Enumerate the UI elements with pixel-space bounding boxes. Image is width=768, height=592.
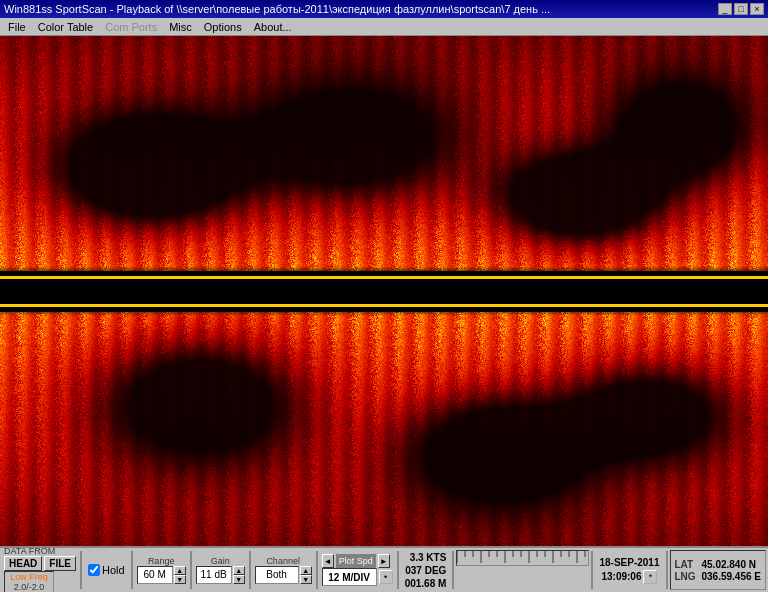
channel-section: Channel Both ▲ ▼ [253, 550, 314, 590]
window-title: Win881ss SportScan - Playback of \\serve… [4, 3, 718, 15]
kts-value: 3.3 KTS [410, 552, 447, 563]
divider-9 [666, 551, 668, 589]
sonar-display [0, 36, 768, 546]
channel-value: Both [255, 566, 299, 584]
range-label: Range [148, 557, 175, 566]
datetime-section: 18-SEP-2011 13:09:06 * [595, 550, 663, 590]
divider-1 [80, 551, 82, 589]
gain-down-button[interactable]: ▼ [233, 575, 245, 584]
data-from-label: DATA FROM [4, 547, 55, 556]
menu-com-ports: Com Ports [99, 20, 163, 34]
hold-section: Hold [84, 550, 129, 590]
tick-ruler [456, 550, 589, 566]
close-button[interactable]: × [750, 3, 764, 15]
range-spinner: 60 M ▲ ▼ [137, 566, 186, 584]
hold-label: Hold [102, 564, 125, 576]
range-value: 60 M [137, 566, 173, 584]
time-row: 13:09:06 * [601, 570, 657, 584]
divider-4 [249, 551, 251, 589]
lng-label: LNG [675, 571, 699, 582]
channel-btns: ▲ ▼ [300, 566, 312, 584]
divider-7 [452, 551, 454, 589]
freq-display: Low Freq 2.0/-2.0 [4, 571, 54, 592]
data-from-section: DATA FROM HEAD FILE Low Freq 2.0/-2.0 [2, 550, 78, 590]
range-btns: ▲ ▼ [174, 566, 186, 584]
window-controls: _ □ × [718, 3, 764, 15]
lat-row: LAT 45.02.840 N [675, 559, 762, 570]
divider-6 [397, 551, 399, 589]
plot-speed-section: ◄ Plot Spd ► 12 M/DIV • [320, 550, 395, 590]
title-bar: Win881ss SportScan - Playback of \\serve… [0, 0, 768, 18]
scale-value: 12 M/DIV [322, 568, 377, 586]
menu-about[interactable]: About... [248, 20, 298, 34]
freq-value: 2.0/-2.0 [14, 582, 45, 592]
plot-right-button[interactable]: ► [378, 554, 390, 568]
gain-up-button[interactable]: ▲ [233, 566, 245, 575]
plot-left-button[interactable]: ◄ [322, 554, 334, 568]
channel-down-button[interactable]: ▼ [300, 575, 312, 584]
divider-5 [316, 551, 318, 589]
divider-3 [190, 551, 192, 589]
range-up-button[interactable]: ▲ [174, 566, 186, 575]
channel-label: Channel [266, 557, 300, 566]
gain-section: Gain 11 dB ▲ ▼ [194, 550, 247, 590]
deg-value: 037 DEG [405, 565, 446, 576]
gain-label: Gain [211, 557, 230, 566]
sonar-canvas [0, 36, 768, 546]
gain-spinner: 11 dB ▲ ▼ [196, 566, 245, 584]
lat-label: LAT [675, 559, 699, 570]
menu-file[interactable]: File [2, 20, 32, 34]
date-value: 18-SEP-2011 [599, 557, 659, 568]
nav-section: 3.3 KTS 037 DEG 001.68 M [401, 550, 451, 590]
divider-2 [131, 551, 133, 589]
channel-up-button[interactable]: ▲ [300, 566, 312, 575]
gain-btns: ▲ ▼ [233, 566, 245, 584]
plot-speed-row: ◄ Plot Spd ► [322, 554, 390, 568]
lng-row: LNG 036.59.456 E [675, 571, 762, 582]
scale-row: 12 M/DIV • [322, 568, 393, 586]
menu-options[interactable]: Options [198, 20, 248, 34]
freq-label: Low Freq [10, 572, 48, 582]
divider-8 [591, 551, 593, 589]
status-bar: DATA FROM HEAD FILE Low Freq 2.0/-2.0 Ho… [0, 546, 768, 592]
star-button[interactable]: * [643, 570, 657, 584]
minimize-button[interactable]: _ [718, 3, 732, 15]
latlong-section: LAT 45.02.840 N LNG 036.59.456 E [670, 550, 767, 590]
channel-spinner: Both ▲ ▼ [255, 566, 312, 584]
scale-dot-button[interactable]: • [379, 570, 393, 584]
time-value: 13:09:06 [601, 571, 641, 582]
lng-value: 036.59.456 E [702, 571, 762, 582]
head-file-row: HEAD FILE [4, 556, 76, 571]
tick-canvas [457, 551, 587, 566]
hold-checkbox[interactable] [88, 564, 100, 576]
range-down-button[interactable]: ▼ [174, 575, 186, 584]
m-value: 001.68 M [405, 578, 447, 589]
plot-speed-label: Plot Spd [336, 554, 376, 568]
menu-bar: File Color Table Com Ports Misc Options … [0, 18, 768, 36]
menu-color-table[interactable]: Color Table [32, 20, 99, 34]
gain-value: 11 dB [196, 566, 232, 584]
file-button[interactable]: FILE [44, 556, 76, 571]
hold-row: Hold [88, 564, 125, 576]
menu-misc[interactable]: Misc [163, 20, 198, 34]
lat-value: 45.02.840 N [702, 559, 757, 570]
head-button[interactable]: HEAD [4, 556, 42, 571]
maximize-button[interactable]: □ [734, 3, 748, 15]
range-section: Range 60 M ▲ ▼ [135, 550, 188, 590]
